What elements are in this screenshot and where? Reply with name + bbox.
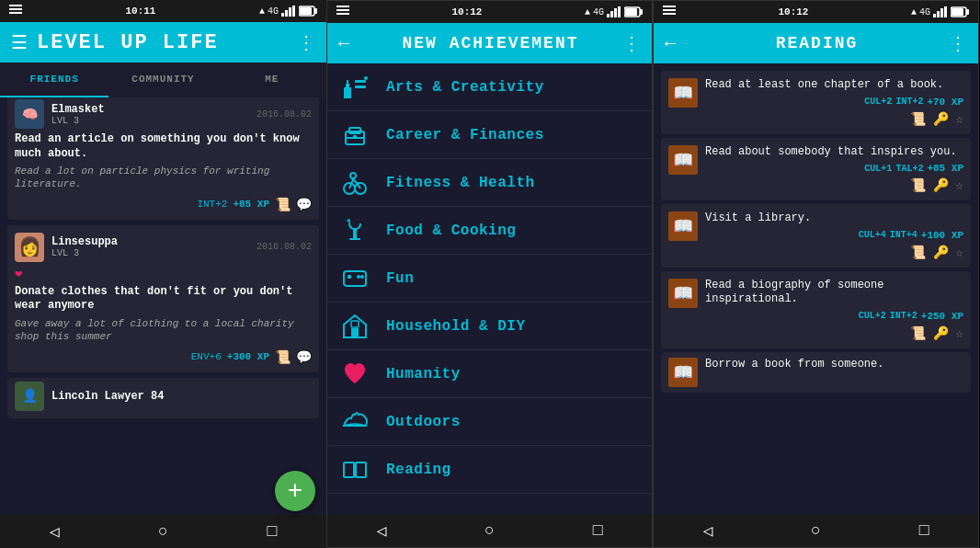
back-button-2[interactable]: ← <box>338 33 349 54</box>
reading-stats-3: CUL+4 INT+4 +100 XP <box>705 230 963 241</box>
svg-rect-41 <box>351 321 359 327</box>
overflow-menu-2[interactable]: ⋮ <box>622 32 641 55</box>
scroll-icon-1: 📜 <box>275 197 291 212</box>
scroll-action-2[interactable]: 📜 <box>910 177 926 193</box>
reading-content-1: 📖 Read at least one chapter of a book. C… <box>668 78 963 127</box>
svg-rect-42 <box>344 462 354 477</box>
star-action-1[interactable]: ☆ <box>956 111 963 127</box>
category-household[interactable]: Household & DIY <box>327 303 652 350</box>
svg-rect-3 <box>281 13 284 17</box>
clock-2: 10:12 <box>451 6 482 17</box>
menu-icon[interactable]: ☰ <box>11 31 28 54</box>
scroll-action-1[interactable]: 📜 <box>910 111 926 127</box>
fitness-label: Fitness & Health <box>386 175 535 191</box>
app-title: LEVEL UP LIFE <box>37 31 297 54</box>
category-fitness[interactable]: Fitness & Health <box>327 159 652 207</box>
key-action-4[interactable]: 🔑 <box>933 325 949 341</box>
food-label: Food & Cooking <box>386 223 516 239</box>
svg-rect-50 <box>937 11 940 17</box>
category-arts[interactable]: Arts & Creativity <box>327 63 652 111</box>
svg-rect-52 <box>944 6 947 17</box>
reading-item-5[interactable]: 📖 Borrow a book from someone. <box>661 352 971 393</box>
tab-friends[interactable]: FRIENDS <box>0 63 108 97</box>
reading-actions-2: 📜 🔑 ☆ <box>705 177 963 193</box>
reading-text-5: Borrow a book from someone. <box>705 358 963 387</box>
stat-int-4: INT+2 <box>890 311 917 321</box>
stat-int-1: INT+2 <box>895 97 923 107</box>
scroll-action-3[interactable]: 📜 <box>910 245 926 260</box>
reading-text-4: Read a biography of someone inspirationa… <box>705 279 963 341</box>
stat-tal-2: TAL+2 <box>895 164 923 174</box>
svg-rect-40 <box>351 328 359 337</box>
scroll-action-4[interactable]: 📜 <box>910 325 926 341</box>
level-2: LVL 3 <box>51 248 256 258</box>
overflow-menu[interactable]: ⋮ <box>297 31 315 54</box>
feed-title-1: Read an article on something you don't k… <box>15 132 312 161</box>
nav-bar-3: ◁ ○ □ <box>654 514 978 547</box>
book-icon-3: 📖 <box>668 211 698 241</box>
reading-actions-1: 📜 🔑 ☆ <box>705 111 963 127</box>
svg-rect-55 <box>952 8 963 16</box>
svg-rect-23 <box>355 80 366 83</box>
stat-cul-1: CUL+2 <box>864 97 892 107</box>
household-icon <box>338 310 371 343</box>
svg-rect-43 <box>356 462 366 477</box>
xp-3: +100 XP <box>921 230 963 241</box>
svg-rect-24 <box>355 86 366 88</box>
status-right-3: ▲4G <box>911 6 969 17</box>
reading-stats-2: CUL+1 TAL+2 +85 XP <box>705 163 963 174</box>
category-outdoors[interactable]: Outdoors <box>327 398 652 446</box>
star-action-4[interactable]: ☆ <box>956 325 963 341</box>
svg-rect-10 <box>336 6 349 7</box>
reading-item-3[interactable]: 📖 Visit a library. CUL+4 INT+4 +100 XP 📜… <box>661 204 971 268</box>
svg-rect-46 <box>663 6 676 7</box>
reading-item-2[interactable]: 📖 Read about somebody that inspires you.… <box>661 138 971 201</box>
key-action-3[interactable]: 🔑 <box>933 245 949 260</box>
back-nav-1[interactable]: ◁ <box>31 518 78 545</box>
svg-rect-19 <box>625 8 637 16</box>
key-action-1[interactable]: 🔑 <box>933 111 949 127</box>
date-2: 2016.08.02 <box>256 242 312 252</box>
home-nav-3[interactable]: ○ <box>792 518 839 543</box>
reading-item-1[interactable]: 📖 Read at least one chapter of a book. C… <box>661 71 971 134</box>
home-nav-2[interactable]: ○ <box>466 518 513 543</box>
category-fun[interactable]: Fun <box>327 255 652 303</box>
overflow-menu-3[interactable]: ⋮ <box>949 32 967 55</box>
svg-rect-36 <box>348 275 351 279</box>
svg-rect-5 <box>289 7 291 17</box>
star-action-2[interactable]: ☆ <box>956 177 963 193</box>
category-food[interactable]: Food & Cooking <box>327 207 652 255</box>
humanity-icon <box>338 358 371 391</box>
svg-rect-21 <box>346 84 349 87</box>
reading-content-4: 📖 Read a biography of someone inspiratio… <box>668 279 963 341</box>
household-label: Household & DIY <box>386 318 526 335</box>
feed-scroll: 🧠 Elmasket LVL 3 2016.08.02 Read an arti… <box>0 97 326 515</box>
book-icon-4: 📖 <box>668 279 698 308</box>
key-action-2[interactable]: 🔑 <box>933 177 949 193</box>
tab-me[interactable]: ME <box>218 63 326 97</box>
category-career[interactable]: Career & Finances <box>327 111 652 159</box>
svg-rect-15 <box>614 8 617 17</box>
xp-badge-1: +85 XP <box>233 199 269 210</box>
fab-button[interactable]: + <box>275 471 315 511</box>
book-icon-5: 📖 <box>668 358 698 387</box>
category-reading[interactable]: Reading <box>327 446 652 494</box>
recent-nav-1[interactable]: □ <box>248 519 295 544</box>
clock-3: 10:12 <box>778 6 808 17</box>
outdoors-icon <box>338 405 371 439</box>
reading-item-4[interactable]: 📖 Read a biography of someone inspiratio… <box>661 271 971 348</box>
reading-text-1: Read at least one chapter of a book. CUL… <box>705 78 963 127</box>
back-button-3[interactable]: ← <box>665 33 676 54</box>
recent-nav-3[interactable]: □ <box>901 518 948 543</box>
svg-rect-49 <box>933 14 936 17</box>
back-nav-3[interactable]: ◁ <box>684 517 731 544</box>
status-bar-1: 10:11 ▲4G <box>0 0 326 22</box>
reading-title-4: Read a biography of someone inspirationa… <box>705 279 963 307</box>
star-action-3[interactable]: ☆ <box>956 245 963 260</box>
back-nav-2[interactable]: ◁ <box>358 517 405 544</box>
recent-nav-2[interactable]: □ <box>575 518 621 543</box>
svg-rect-11 <box>336 9 349 11</box>
tab-community[interactable]: COMMUNITY <box>108 63 217 97</box>
home-nav-1[interactable]: ○ <box>140 519 187 544</box>
category-humanity[interactable]: Humanity <box>327 350 652 398</box>
